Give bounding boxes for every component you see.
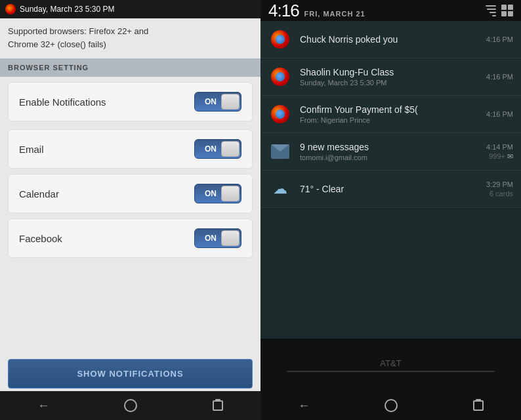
notif-shaolin[interactable]: Shaolin Kung-Fu Class Sunday, March 23 5… [260, 58, 521, 96]
payment-title: Confirm Your Payment of $5( [300, 104, 478, 115]
facebook-toggle-thumb [221, 230, 240, 246]
email-row: Email ON [8, 129, 253, 169]
left-nav-bar: ← [0, 391, 260, 420]
right-back-button[interactable]: ← [298, 399, 310, 413]
weather-body: 71° - Clear [300, 184, 478, 194]
right-time-container: 4:16 FRI, MARCH 21 [268, 1, 365, 21]
notif-weather[interactable]: ☁ 71° - Clear 3:29 PM 6 cards [260, 171, 521, 208]
mail-badge-icon: ✉ [507, 152, 513, 160]
facebook-row: Facebook ON [8, 219, 253, 258]
weather-cards: 6 cards [486, 190, 513, 198]
recents-button[interactable] [213, 400, 223, 411]
firefox-icon-payment [271, 105, 289, 123]
enable-notifications-row: Enable Notifications ON [8, 82, 253, 121]
right-status-bar: 4:16 FRI, MARCH 21 [260, 0, 521, 21]
email-toggle-label: ON [200, 144, 221, 154]
toggle-on-label: ON [200, 97, 221, 106]
right-panel: 4:16 FRI, MARCH 21 Chuck Norris poked yo… [260, 0, 521, 420]
show-notifications-button[interactable]: SHOW NOTIFICATIONS [8, 359, 253, 388]
notification-list: Chuck Norris poked you 4:16 PM Shaolin K… [260, 21, 521, 339]
status-icons [486, 5, 513, 16]
chuck-title: Chuck Norris poked you [300, 34, 478, 45]
bottom-line [287, 371, 495, 372]
right-recents-button[interactable] [473, 400, 484, 411]
payment-body: Confirm Your Payment of $5( From: Nigeri… [300, 104, 478, 124]
firefox-status-icon [5, 4, 16, 14]
calendar-toggle[interactable]: ON [194, 184, 241, 203]
browser-setting-header: BROWSER SETTING [0, 58, 260, 77]
payment-sub: From: Nigerian Prince [300, 116, 478, 124]
notification-items: Email ON Calendar ON Facebook ON [8, 129, 253, 258]
chuck-icon-wrap [268, 28, 292, 51]
left-status-date: Sunday, March 23 5:30 PM [20, 5, 115, 14]
toggle-thumb [221, 94, 240, 110]
email-toggle-thumb [221, 141, 240, 157]
email-sub: tomomi.i@gmail.com [300, 154, 478, 161]
shaolin-sub: Sunday, March 23 5:30 PM [300, 79, 478, 87]
calendar-label: Calendar [19, 188, 59, 200]
right-bottom: AT&T [260, 339, 521, 391]
calendar-toggle-label: ON [200, 189, 221, 198]
email-toggle[interactable]: ON [194, 139, 241, 159]
facebook-label: Facebook [19, 233, 62, 244]
calendar-toggle-thumb [221, 186, 240, 201]
firefox-icon-shaolin [271, 68, 289, 86]
notif-payment[interactable]: Confirm Your Payment of $5( From: Nigeri… [260, 96, 521, 133]
enable-notifications-toggle[interactable]: ON [194, 92, 241, 112]
carrier-text: AT&T [380, 358, 401, 368]
email-body: 9 new messages tomomi.i@gmail.com [300, 142, 478, 161]
enable-notifications-label: Enable Notifications [19, 96, 106, 108]
calendar-row: Calendar ON [8, 174, 253, 213]
payment-time: 4:16 PM [486, 110, 513, 118]
left-panel: Sunday, March 23 5:30 PM Supported brows… [0, 0, 260, 420]
shaolin-title: Shaolin Kung-Fu Class [300, 67, 478, 77]
home-button[interactable] [124, 399, 137, 412]
mail-icon [271, 144, 289, 159]
facebook-toggle[interactable]: ON [194, 228, 241, 248]
right-nav-bar: ← [260, 391, 521, 420]
email-label: Email [19, 144, 44, 155]
facebook-toggle-label: ON [200, 234, 221, 243]
left-status-bar: Sunday, March 23 5:30 PM [0, 0, 260, 18]
right-date: FRI, MARCH 21 [304, 10, 365, 18]
shaolin-body: Shaolin Kung-Fu Class Sunday, March 23 5… [300, 67, 478, 87]
supported-text: Supported browsers: Firefox 22+ and Chro… [8, 25, 253, 51]
chuck-body: Chuck Norris poked you [300, 34, 478, 45]
notif-email[interactable]: 9 new messages tomomi.i@gmail.com 4:14 P… [260, 133, 521, 171]
weather-icon-wrap: ☁ [268, 177, 292, 201]
right-time: 4:16 [268, 1, 299, 21]
firefox-icon-chuck [271, 30, 289, 49]
back-button[interactable]: ← [37, 399, 49, 413]
email-time: 4:14 PM 999+ ✉ [486, 143, 513, 161]
shaolin-time: 4:16 PM [486, 73, 513, 81]
email-title: 9 new messages [300, 142, 478, 152]
notif-chuck[interactable]: Chuck Norris poked you 4:16 PM [260, 21, 521, 58]
cloud-icon: ☁ [273, 180, 287, 198]
chuck-time: 4:16 PM [486, 35, 513, 43]
grid-icon [501, 5, 513, 16]
email-badge: 999+ ✉ [486, 152, 513, 161]
signal-icon [486, 5, 496, 16]
shaolin-icon-wrap [268, 65, 292, 89]
email-icon-wrap [268, 140, 292, 163]
payment-icon-wrap [268, 102, 292, 126]
weather-title: 71° - Clear [300, 184, 478, 194]
right-home-button[interactable] [385, 399, 398, 412]
weather-time: 3:29 PM 6 cards [486, 180, 513, 198]
